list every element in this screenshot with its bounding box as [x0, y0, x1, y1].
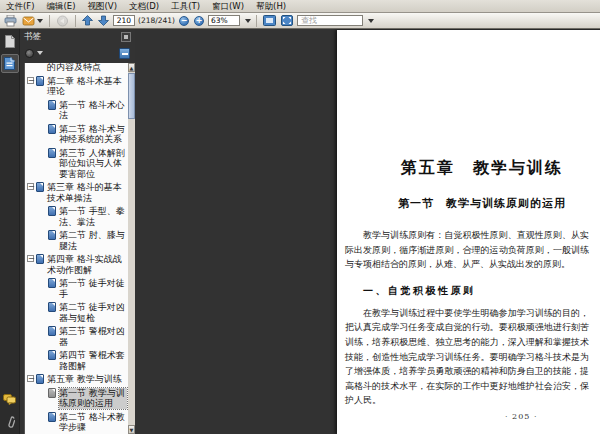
bookmark-item[interactable]: 第一节 教学与训练原则的运用 — [37, 386, 128, 410]
page-count-label: (218/241) — [138, 16, 175, 25]
expand-current-bookmark-icon[interactable] — [119, 48, 130, 59]
menu-bar: 文件(F)编辑(E)视图(V)文档(D)工具(T)窗口(W)帮助(H) — [0, 0, 600, 13]
bookmark-label[interactable]: 第二章 格斗术基本理论 — [47, 76, 127, 97]
bookmark-item[interactable]: 第二节 格斗术与神经系统的关系 — [37, 122, 128, 146]
pdf-page[interactable]: 第五章 教学与训练 第一节 教学与训练原则的运用 教学与训练原则有：自觉积极性原… — [337, 30, 600, 434]
collapse-expander-icon[interactable]: − — [27, 375, 34, 382]
bookmark-label[interactable]: 第五章 教学与训练 — [47, 374, 127, 385]
bookmark-item[interactable]: 第二节 徒手对凶器与短枪 — [37, 300, 128, 324]
expander-spacer — [39, 388, 48, 389]
fullscreen-button[interactable] — [280, 14, 294, 28]
expander-spacer — [39, 148, 48, 149]
bookmark-page-icon — [48, 350, 56, 360]
menu-item-3[interactable]: 视图(V) — [82, 0, 123, 12]
bookmark-label[interactable]: 第一节 教学与训练原则的运用 — [59, 388, 127, 409]
paragraph: 在教学与训练过程中要使学生明确参加学习训练的目的，把认真完成学习任务变成自觉的行… — [345, 306, 589, 408]
document-canvas[interactable]: 第五章 教学与训练 第一节 教学与训练原则的运用 教学与训练原则有：自觉积极性原… — [135, 29, 600, 434]
zoom-out-button[interactable]: − — [178, 14, 190, 28]
bookmarks-panel-tab[interactable] — [1, 54, 19, 73]
bookmark-page-icon — [48, 124, 56, 134]
expander-spacer — [39, 302, 48, 303]
bookmark-item[interactable]: 第二节 肘、膝与腿法 — [37, 228, 128, 252]
bookmark-label[interactable]: 第二节 肘、膝与腿法 — [59, 230, 127, 251]
next-page-button[interactable] — [97, 14, 110, 28]
zoom-in-icon: + — [194, 16, 204, 26]
bookmark-page-icon — [48, 230, 56, 240]
comments-panel-tab[interactable] — [1, 390, 19, 409]
menu-item-2[interactable]: 编辑(E) — [41, 0, 82, 12]
bookmark-label[interactable]: 的内容及特点 — [47, 63, 127, 73]
menu-item-7[interactable]: 帮助(H) — [250, 0, 292, 12]
zoom-level-select[interactable]: 63% — [208, 15, 240, 26]
collapse-expander-icon[interactable]: − — [27, 183, 34, 190]
zoom-in-button[interactable]: + — [193, 14, 205, 28]
toolbar: (218/241) − + 63% — [0, 13, 600, 29]
bookmark-item[interactable]: 第一节 徒手对徒手 — [37, 276, 128, 300]
zoom-dropdown-caret-icon[interactable] — [245, 19, 251, 23]
bookmark-item[interactable]: 第二节 格斗术教学步骤 — [37, 410, 128, 434]
bookmark-item[interactable]: −第五章 教学与训练 — [25, 372, 128, 386]
menu-item-6[interactable]: 窗口(W) — [206, 0, 250, 12]
find-dropdown-caret-icon[interactable] — [368, 19, 374, 23]
bookmark-label[interactable]: 第三节 人体解剖部位知识与人体要害部位 — [59, 148, 127, 180]
fit-width-button[interactable] — [262, 14, 277, 28]
options-gear-icon[interactable] — [25, 49, 34, 58]
bookmark-label[interactable]: 第三节 警棍对凶器 — [59, 326, 127, 347]
menu-item-4[interactable]: 文档(D) — [123, 0, 165, 12]
scrollbar-down-icon[interactable]: ▼ — [128, 425, 135, 434]
toolbar-separator — [256, 15, 257, 27]
fit-width-icon — [263, 15, 276, 26]
paragraph: 教学与训练原则有：自觉积极性原则、直观性原则、从实际出发原则，循序渐进原则，合理… — [345, 228, 589, 272]
menu-item-5[interactable]: 工具(T) — [165, 0, 206, 12]
bookmarks-panel: 书签 的内容及特点−第二章 格斗术基本理论第一节 格斗术心法第二节 格斗术与神经… — [20, 29, 135, 434]
bookmark-item[interactable]: −第二章 格斗术基本理论 — [25, 74, 128, 98]
previous-page-button[interactable] — [81, 14, 94, 28]
pages-panel-tab[interactable] — [1, 32, 19, 51]
bookmark-item[interactable]: 第三节 警棍对凶器 — [37, 324, 128, 348]
expander-spacer — [39, 412, 48, 413]
bookmark-page-icon — [36, 254, 44, 264]
collapse-expander-icon[interactable]: − — [27, 255, 34, 262]
bookmark-label[interactable]: 第三章 格斗的基本技术单操法 — [47, 182, 127, 203]
bookmark-item[interactable]: 的内容及特点 — [25, 63, 128, 74]
navigation-tab-strip — [0, 29, 20, 434]
bookmark-page-icon — [36, 182, 44, 192]
bookmark-item[interactable]: 第四节 警棍术套路图解 — [37, 348, 128, 372]
pages-icon — [5, 35, 15, 48]
find-input[interactable] — [297, 15, 363, 26]
scrollbar-thumb[interactable] — [128, 73, 135, 119]
bookmark-label[interactable]: 第二节 徒手对凶器与短枪 — [59, 302, 127, 323]
options-caret-icon[interactable] — [37, 51, 43, 55]
page-number-input[interactable] — [113, 15, 135, 26]
bookmark-tree-scrollbar[interactable]: ▲ ▼ — [128, 63, 135, 434]
bookmark-label[interactable]: 第一节 格斗术心法 — [59, 100, 127, 121]
bookmark-page-icon — [48, 278, 56, 288]
bookmark-label[interactable]: 第四节 警棍术套路图解 — [59, 350, 127, 371]
zoom-out-icon: − — [179, 16, 189, 26]
menu-item-1[interactable]: 文件(F) — [0, 0, 41, 12]
bookmark-item[interactable]: −第四章 格斗实战战术动作图解 — [25, 252, 128, 276]
bookmark-label[interactable]: 第一节 徒手对徒手 — [59, 278, 127, 299]
scrollbar-up-icon[interactable]: ▲ — [128, 63, 135, 72]
bookmark-page-icon — [36, 76, 44, 86]
email-button[interactable] — [21, 14, 44, 28]
bookmark-item[interactable]: 第一节 手型、拳法、掌法 — [37, 204, 128, 228]
bookmark-item[interactable]: 第三节 人体解剖部位知识与人体要害部位 — [37, 146, 128, 181]
collapse-expander-icon[interactable]: − — [27, 77, 34, 84]
bookmark-item[interactable]: −第三章 格斗的基本技术单操法 — [25, 180, 128, 204]
bookmark-label[interactable]: 第四章 格斗实战战术动作图解 — [47, 254, 127, 275]
bookmark-label[interactable]: 第二节 格斗术教学步骤 — [59, 412, 127, 433]
bookmark-item[interactable]: 第一节 格斗术心法 — [37, 98, 128, 122]
print-button[interactable] — [3, 14, 18, 28]
bookmark-label[interactable]: 第一节 手型、拳法、掌法 — [59, 206, 127, 227]
arrow-up-icon — [82, 15, 93, 26]
previous-view-button[interactable] — [55, 14, 70, 28]
panel-options-button[interactable] — [121, 32, 131, 42]
bookmark-page-icon — [48, 412, 56, 422]
bookmark-label[interactable]: 第二节 格斗术与神经系统的关系 — [59, 124, 127, 145]
chapter-title: 第五章 教学与训练 — [337, 158, 600, 179]
email-dropdown-caret-icon[interactable] — [37, 19, 43, 23]
paperclip-icon — [5, 415, 15, 429]
attachments-panel-tab[interactable] — [1, 412, 19, 431]
bookmark-page-icon — [48, 148, 56, 158]
